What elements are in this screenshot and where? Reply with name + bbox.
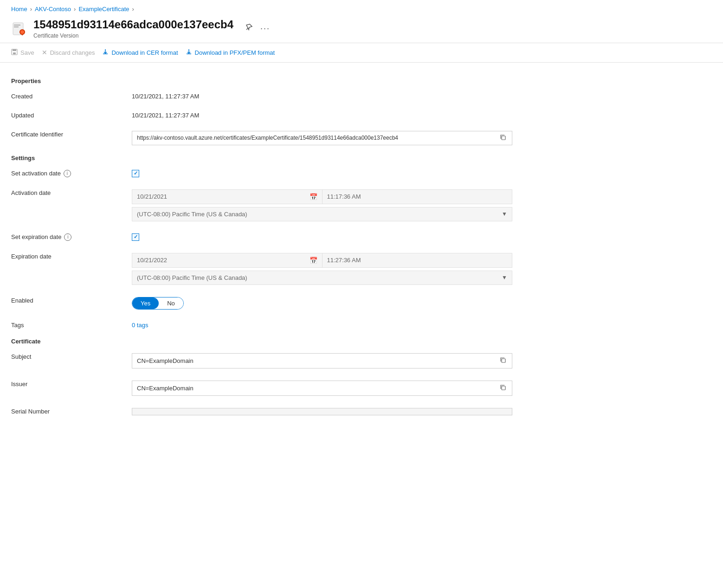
- activation-date-row: Activation date 10/21/2021 📅 11:17:36 AM…: [11, 187, 546, 221]
- breadcrumb: Home › AKV-Contoso › ExampleCertificate …: [0, 0, 723, 16]
- created-label: Created: [11, 90, 132, 100]
- expiration-time-input[interactable]: 11:27:36 AM: [323, 253, 513, 268]
- expiration-date-input[interactable]: 10/21/2022 📅: [132, 253, 323, 268]
- expiration-info-icon: i: [64, 233, 71, 241]
- expiration-date-row: Expiration date 10/21/2022 📅 11:27:36 AM…: [11, 250, 546, 285]
- issuer-row: Issuer CN=ExampleDomain: [11, 378, 546, 396]
- expiration-date-value: 10/21/2022 📅 11:27:36 AM (UTC-08:00) Pac…: [132, 250, 546, 285]
- identifier-text: https://akv-contoso.vault.azure.net/cert…: [137, 135, 499, 141]
- expiration-date-time-row: 10/21/2022 📅 11:27:36 AM: [132, 253, 512, 268]
- subject-row: Subject CN=ExampleDomain: [11, 350, 546, 368]
- subject-text: CN=ExampleDomain: [137, 357, 495, 364]
- updated-value: 10/21/2021, 11:27:37 AM: [132, 109, 546, 119]
- calendar-icon: 📅: [310, 193, 317, 200]
- tags-value: 0 tags: [132, 319, 546, 329]
- breadcrumb-cert[interactable]: ExampleCertificate: [78, 6, 129, 13]
- page-title-block: 1548951d93114e66adca000e137eecb4 Certifi…: [33, 18, 233, 39]
- activation-date-label: Activation date: [11, 187, 132, 196]
- enabled-yes-button[interactable]: Yes: [132, 297, 159, 309]
- expiration-checkbox-container: ✓: [132, 233, 546, 241]
- updated-row: Updated 10/21/2021, 11:27:37 AM: [11, 109, 546, 119]
- enabled-toggle: Yes No: [132, 294, 546, 310]
- download-pfx-icon: [186, 49, 192, 57]
- set-activation-value: ✓: [132, 167, 546, 177]
- enabled-row: Enabled Yes No: [11, 294, 546, 310]
- pin-button[interactable]: [243, 21, 255, 35]
- created-value: 10/21/2021, 11:27:37 AM: [132, 90, 546, 100]
- activation-timezone-select[interactable]: (UTC-08:00) Pacific Time (US & Canada) ▼: [132, 207, 512, 221]
- issuer-text: CN=ExampleDomain: [137, 385, 495, 392]
- download-cer-label: Download in CER format: [111, 49, 178, 56]
- discard-button[interactable]: ✕ Discard changes: [42, 47, 95, 58]
- enabled-no-button[interactable]: No: [159, 297, 183, 309]
- subject-value: CN=ExampleDomain: [132, 350, 546, 368]
- serial-label: Serial Number: [11, 405, 132, 415]
- set-expiration-row: Set expiration date i ✓: [11, 231, 546, 241]
- activation-date-input[interactable]: 10/21/2021 📅: [132, 189, 323, 204]
- toolbar: Save ✕ Discard changes Download in CER f…: [0, 43, 723, 63]
- issuer-field: CN=ExampleDomain: [132, 381, 512, 396]
- identifier-copy-button[interactable]: [499, 134, 507, 142]
- breadcrumb-home[interactable]: Home: [11, 6, 27, 13]
- svg-rect-1: [14, 25, 20, 26]
- download-pfx-label: Download in PFX/PEM format: [195, 49, 275, 56]
- activation-date-field: 10/21/2021 📅 11:17:36 AM (UTC-08:00) Pac…: [132, 189, 512, 221]
- expiration-timezone-select[interactable]: (UTC-08:00) Pacific Time (US & Canada) ▼: [132, 271, 512, 285]
- activation-info-icon: i: [64, 170, 71, 177]
- serial-value: [132, 405, 546, 415]
- serial-field: [132, 408, 512, 415]
- tags-link[interactable]: 0 tags: [132, 322, 148, 329]
- page-subtitle: Certificate Version: [33, 32, 233, 39]
- download-cer-button[interactable]: Download in CER format: [102, 47, 178, 58]
- properties-section-title: Properties: [11, 78, 546, 84]
- svg-rect-6: [13, 49, 16, 51]
- chevron-down-icon: ▼: [502, 211, 507, 217]
- breadcrumb-akv[interactable]: AKV-Contoso: [35, 6, 71, 13]
- save-button[interactable]: Save: [11, 47, 34, 58]
- tags-row: Tags 0 tags: [11, 319, 546, 329]
- svg-rect-7: [13, 52, 16, 54]
- svg-rect-8: [502, 136, 505, 140]
- set-expiration-label: Set expiration date i: [11, 231, 132, 241]
- page-title: 1548951d93114e66adca000e137eecb4: [33, 18, 233, 32]
- expiration-checkbox[interactable]: ✓: [132, 233, 139, 241]
- more-button[interactable]: ···: [258, 22, 272, 35]
- expiration-date-label: Expiration date: [11, 250, 132, 260]
- issuer-copy-button[interactable]: [499, 384, 507, 392]
- enabled-toggle-group: Yes No: [132, 297, 184, 310]
- subject-label: Subject: [11, 350, 132, 360]
- subject-field: CN=ExampleDomain: [132, 353, 512, 368]
- svg-rect-9: [502, 359, 505, 362]
- identifier-label: Certificate Identifier: [11, 128, 132, 138]
- serial-row: Serial Number: [11, 405, 546, 415]
- svg-rect-10: [502, 386, 505, 390]
- set-expiration-value: ✓: [132, 231, 546, 241]
- expiration-date-field: 10/21/2022 📅 11:27:36 AM (UTC-08:00) Pac…: [132, 253, 512, 285]
- certificate-section-title: Certificate: [11, 338, 546, 345]
- identifier-value: https://akv-contoso.vault.azure.net/cert…: [132, 128, 546, 145]
- settings-section-title: Settings: [11, 155, 546, 162]
- tags-label: Tags: [11, 319, 132, 329]
- page-header: 1548951d93114e66adca000e137eecb4 Certifi…: [0, 16, 723, 43]
- svg-point-4: [20, 30, 24, 34]
- download-pfx-button[interactable]: Download in PFX/PEM format: [186, 47, 275, 58]
- activation-checkbox-container: ✓: [132, 170, 546, 177]
- download-cer-icon: [102, 49, 109, 57]
- save-label: Save: [20, 49, 34, 56]
- discard-icon: ✕: [42, 49, 47, 56]
- certificate-icon: [11, 20, 28, 37]
- content-area: Properties Created 10/21/2021, 11:27:37 …: [0, 63, 557, 436]
- issuer-label: Issuer: [11, 378, 132, 388]
- activation-date-time-row: 10/21/2021 📅 11:17:36 AM: [132, 189, 512, 204]
- activation-time-input[interactable]: 11:17:36 AM: [323, 189, 513, 204]
- set-activation-label: Set activation date i: [11, 167, 132, 177]
- activation-checkbox[interactable]: ✓: [132, 170, 139, 177]
- header-actions: ···: [243, 21, 272, 35]
- expiration-calendar-icon: 📅: [310, 257, 317, 264]
- identifier-field: https://akv-contoso.vault.azure.net/cert…: [132, 131, 512, 145]
- set-activation-row: Set activation date i ✓: [11, 167, 546, 177]
- subject-copy-button[interactable]: [499, 357, 507, 365]
- svg-rect-2: [14, 26, 19, 27]
- activation-date-value: 10/21/2021 📅 11:17:36 AM (UTC-08:00) Pac…: [132, 187, 546, 221]
- created-row: Created 10/21/2021, 11:27:37 AM: [11, 90, 546, 100]
